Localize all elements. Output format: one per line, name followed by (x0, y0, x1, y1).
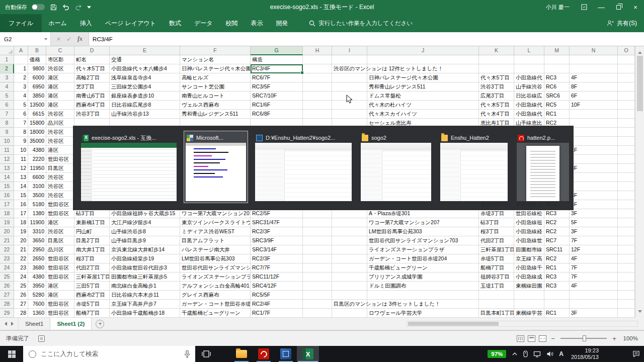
cell-B9[interactable]: 18000 (28, 128, 46, 137)
cell-I28[interactable]: 目黒区のマンションは 3件ヒットしました！ (332, 300, 367, 309)
cell-F28[interactable]: ガーデン・コート世田谷赤堤204 (180, 300, 251, 309)
cell-J1[interactable] (367, 55, 479, 64)
row-header-16[interactable]: 16 (0, 191, 14, 200)
cell-C15[interactable]: 渋谷区 (46, 182, 74, 191)
cell-A21[interactable]: 20 (14, 236, 28, 245)
cell-O16[interactable] (618, 191, 635, 200)
cell-E28[interactable]: 京王線下高井戸歩7 (110, 300, 180, 309)
cell-J24[interactable]: 千歳船橋ビューグリーン (367, 263, 479, 273)
row-header-26[interactable]: 26 (0, 282, 14, 291)
cell-E6[interactable]: 日比谷線広尾歩8 (110, 101, 180, 110)
battery-indicator[interactable]: 97% (488, 350, 506, 358)
cell-J26[interactable]: ドルミ田園調布 (367, 282, 479, 291)
cancel-button[interactable]: × (57, 36, 60, 43)
cell-H1[interactable] (303, 55, 332, 64)
cell-O24[interactable] (618, 263, 635, 273)
col-header-I[interactable]: I (332, 46, 367, 55)
cell-I22[interactable] (332, 245, 367, 254)
cell-K2[interactable] (479, 64, 514, 73)
mouse-icon[interactable] (523, 350, 528, 357)
cell-E23[interactable]: 小田急線経堂歩19 (110, 254, 180, 263)
cell-H2[interactable] (303, 64, 332, 73)
cell-N14[interactable] (570, 173, 618, 182)
cell-N12[interactable] (570, 155, 618, 164)
cell-N6[interactable]: 10F (570, 101, 618, 110)
cell-F5[interactable]: 南青山ヒルコート (180, 92, 251, 101)
cell-F7[interactable]: 秀和青山レジデンス511 (180, 110, 251, 119)
ribbon-tab-5[interactable]: データ (188, 14, 219, 32)
cell-F26[interactable]: アルフォンシュ白金高輪401 (180, 282, 251, 291)
scroll-up-icon[interactable] (638, 49, 642, 54)
cell-G22[interactable]: SRC3/14F (251, 245, 303, 254)
cell-J21[interactable]: 世田谷代田サンライズマンション703 (367, 236, 479, 245)
cell-G1[interactable]: 構造 (251, 55, 303, 64)
cell-A4[interactable]: 3 (14, 82, 28, 92)
row-header-3[interactable]: 3 (0, 73, 14, 82)
cell-J19[interactable]: ワコー第7大蔵マンション207 (367, 218, 479, 227)
accessibility-icon[interactable] (38, 335, 45, 342)
cell-K3[interactable]: 代々木5丁目 (479, 73, 514, 82)
col-header-D[interactable]: D (74, 46, 110, 55)
cell-E2[interactable]: 小田急線代々木八幡歩4 (110, 64, 180, 73)
cell-L27[interactable] (514, 291, 544, 300)
cell-O10[interactable] (618, 137, 635, 146)
cell-J20[interactable]: LM世田谷馬事公苑303 (367, 227, 479, 236)
cell-L18[interactable]: 世田谷線松 (514, 209, 544, 218)
cell-C17[interactable]: 世田谷区 (46, 200, 74, 209)
cell-K18[interactable]: 赤堤3丁目 (479, 209, 514, 218)
cell-K4[interactable]: 渋谷3丁目 (479, 82, 514, 92)
cell-C26[interactable]: 港区 (46, 282, 74, 291)
cell-G26[interactable]: SRC4/12F (251, 282, 303, 291)
cell-I2[interactable]: 渋谷区のマンションは 12件ヒットしました！ (332, 64, 367, 73)
cell-O15[interactable] (618, 182, 635, 191)
col-header-L[interactable]: L (514, 46, 544, 55)
cell-J23[interactable]: ガーデン・コート世田谷赤堤204 (367, 254, 479, 263)
cell-N2[interactable] (570, 64, 618, 73)
row-header-2[interactable]: 2 (0, 64, 14, 73)
cell-L26[interactable]: 東横線田園 (514, 282, 544, 291)
row-header-8[interactable]: 8 (0, 119, 14, 128)
cell-F20[interactable]: ミディアス渋谷WEST (180, 227, 251, 236)
cell-L19[interactable]: 小田急線祖 (514, 218, 544, 227)
cell-E3[interactable]: 浅草線泉岳寺歩4 (110, 73, 180, 82)
cell-A23[interactable]: 22 (14, 254, 28, 263)
cell-O19[interactable] (618, 218, 635, 227)
cell-H27[interactable] (303, 291, 332, 300)
cell-N28[interactable] (570, 300, 618, 309)
cell-A27[interactable]: 26 (14, 291, 28, 300)
cell-D18[interactable]: 砧3丁目 (74, 209, 110, 218)
page-layout-view-icon[interactable] (528, 335, 535, 342)
undo-icon[interactable] (62, 3, 70, 11)
row-header-10[interactable]: 10 (0, 137, 14, 146)
col-header-F[interactable]: F (180, 46, 251, 55)
cell-K26[interactable]: 玉堤1丁目 (479, 282, 514, 291)
cell-A18[interactable]: 17 (14, 209, 28, 218)
taskbar-thumbnail-1[interactable]: Microsoft... (184, 131, 248, 203)
cell-O18[interactable] (618, 209, 635, 218)
cell-K19[interactable]: 砧3丁目 (479, 218, 514, 227)
cell-O17[interactable] (618, 200, 635, 209)
row-header-17[interactable]: 17 (0, 200, 14, 209)
cell-C8[interactable]: 品川区 (46, 119, 74, 128)
cell-K25[interactable]: 祖師谷3丁目 (479, 273, 514, 282)
cell-C1[interactable]: 市区郡 (46, 55, 74, 64)
cell-B12[interactable]: 2220 (28, 155, 46, 164)
cell-F21[interactable]: 目黒アムフラット (180, 236, 251, 245)
page-break-view-icon[interactable] (539, 335, 546, 342)
cell-C23[interactable]: 世田谷区 (46, 254, 74, 263)
row-header-24[interactable]: 24 (0, 263, 14, 273)
cell-D24[interactable]: 代田2丁目 (74, 263, 110, 273)
cell-O20[interactable] (618, 227, 635, 236)
cell-N24[interactable]: 7F (570, 263, 618, 273)
cell-G18[interactable]: RC2/5F (251, 209, 303, 218)
cell-G28[interactable]: RC2/4F (251, 300, 303, 309)
cell-G4[interactable]: RC3/5F (251, 82, 303, 92)
cell-O1[interactable] (618, 55, 635, 64)
cell-D3[interactable]: 高輪2丁目 (74, 73, 110, 82)
col-header-O[interactable]: O (618, 46, 635, 55)
cell-A11[interactable]: 10 (14, 146, 28, 155)
col-header-M[interactable]: M (544, 46, 570, 55)
cell-C21[interactable]: 目黒区 (46, 236, 74, 245)
cell-N29[interactable]: 3F (570, 309, 618, 318)
cell-A12[interactable]: 11 (14, 155, 28, 164)
